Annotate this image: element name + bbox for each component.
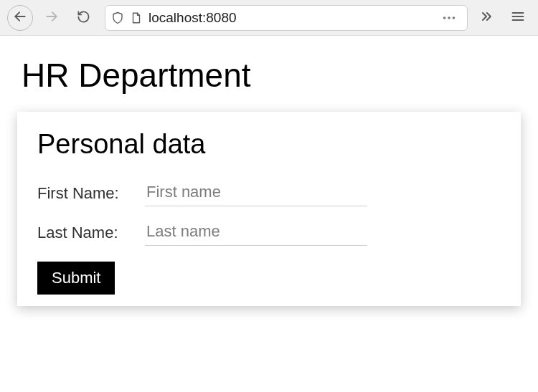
personal-data-card: Personal data First Name: Last Name: Sub… [17, 112, 521, 306]
last-name-row: Last Name: [37, 219, 501, 246]
first-name-row: First Name: [37, 180, 501, 206]
hamburger-menu-button[interactable] [505, 5, 531, 31]
address-bar [105, 5, 468, 31]
forward-button[interactable] [39, 5, 65, 31]
first-name-label: First Name: [37, 184, 145, 203]
browser-toolbar [0, 0, 538, 36]
back-button[interactable] [7, 5, 33, 31]
shield-icon[interactable] [111, 11, 124, 24]
reload-icon [77, 10, 90, 26]
svg-point-2 [443, 16, 446, 19]
last-name-input[interactable] [145, 219, 367, 246]
url-input[interactable] [148, 10, 431, 26]
page-content: HR Department Personal data First Name: … [0, 36, 538, 306]
hamburger-icon [511, 9, 525, 26]
header-section: HR Department [0, 36, 538, 112]
arrow-left-icon [13, 9, 27, 26]
last-name-label: Last Name: [37, 224, 145, 242]
svg-point-4 [453, 16, 456, 19]
svg-point-3 [448, 16, 450, 19]
card-title: Personal data [37, 129, 501, 160]
submit-button[interactable]: Submit [37, 262, 115, 295]
page-actions-icon[interactable] [437, 10, 461, 26]
chevrons-right-icon [479, 9, 494, 26]
reload-button[interactable] [70, 5, 96, 31]
page-info-icon[interactable] [130, 11, 143, 24]
page-title: HR Department [22, 56, 516, 95]
arrow-right-icon [44, 9, 59, 26]
overflow-button[interactable] [473, 5, 499, 31]
first-name-input[interactable] [145, 180, 367, 206]
